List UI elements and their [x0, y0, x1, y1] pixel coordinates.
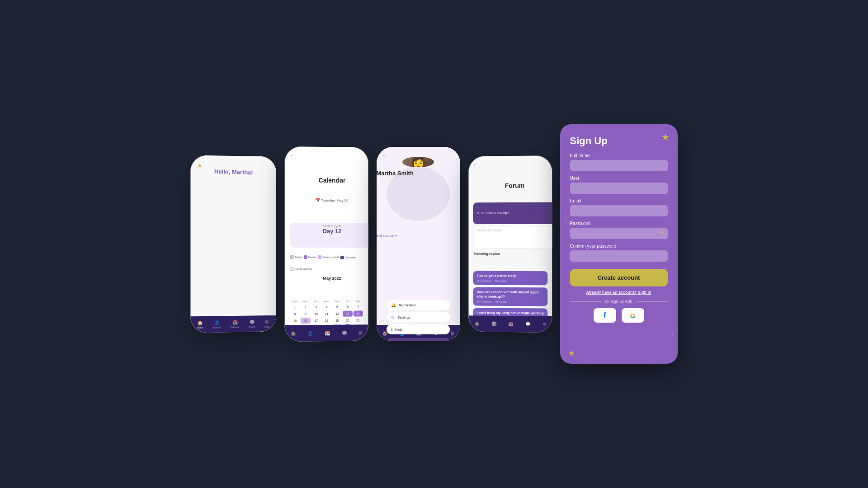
cal-day[interactable]: 3: [311, 304, 321, 310]
cal-day[interactable]: 10: [311, 311, 321, 317]
current-cycle-card: Current cycle Day 12: [290, 223, 368, 248]
cal-day[interactable]: 12: [332, 311, 342, 317]
nav-calendar[interactable]: 📅: [324, 330, 330, 335]
cal-day[interactable]: 15: [290, 318, 299, 324]
forum-title: Forum: [473, 182, 552, 200]
back-button[interactable]: ←: [473, 162, 552, 180]
cal-day[interactable]: 19: [332, 318, 342, 324]
nav-extra[interactable]: ⚙: [542, 322, 546, 327]
password-label: Password: [570, 221, 668, 226]
google-btn[interactable]: G: [622, 308, 644, 323]
dot-decoration-right: •: [672, 333, 673, 337]
facebook-btn[interactable]: f: [594, 308, 616, 323]
cal-day-period[interactable]: 13: [343, 311, 352, 317]
nav-extra[interactable]: ⚙: [358, 330, 362, 335]
greeting-label: Hello,: [214, 168, 231, 175]
signin-text: Already have an account? Sign In: [570, 290, 668, 295]
trending-title: Trending topics: [473, 252, 552, 270]
phone-home: ★ Hello, Martha! Current cycle Day 12 Ov…: [190, 155, 276, 333]
cal-day[interactable]: 6: [343, 304, 352, 310]
profile-edit[interactable]: Edit account ✏: [377, 234, 460, 298]
calendar-date: 📅 Tuesday, May 24: [290, 198, 368, 221]
user-name: Martha!: [232, 169, 253, 176]
star-bottom-left: ★: [568, 349, 575, 357]
cal-day[interactable]: 20: [343, 318, 352, 324]
phone-forum: ← Forum ✎ ✎ Create a new topic Search fo…: [468, 155, 552, 333]
cal-day[interactable]: 21: [353, 317, 363, 323]
calendar-title: Calendar: [290, 177, 368, 199]
confirm-password-input[interactable]: [570, 250, 668, 262]
back-button[interactable]: ←: [290, 153, 368, 175]
nav-home[interactable]: 🏠: [474, 321, 479, 326]
star-top-right: ★: [661, 131, 670, 142]
nav-forum[interactable]: 💬: [341, 330, 347, 335]
profile-avatar: 👩: [402, 157, 434, 167]
month-title: May 2022: [290, 276, 368, 298]
email-input[interactable]: [570, 205, 668, 216]
create-topic-btn[interactable]: ✎ ✎ Create a new topic: [473, 202, 552, 224]
user-group: User: [570, 176, 668, 194]
dot-decoration: •: [657, 141, 659, 145]
password-group: Password ★: [570, 221, 668, 239]
full-name-group: Full name: [570, 153, 668, 171]
cycle-day-label: Day 12: [293, 228, 368, 235]
greeting-text: Hello, Martha!: [190, 167, 276, 333]
home-screen: ★ Hello, Martha! Current cycle Day 12 Ov…: [190, 155, 276, 333]
search-input[interactable]: Search for a topic: [473, 226, 552, 249]
profile-screen: ← ★ 👩 Martha Smith Edit account ✏ 🔔 Remi…: [377, 147, 460, 341]
cal-day[interactable]: 4: [321, 304, 331, 310]
cal-day[interactable]: 8: [290, 311, 299, 317]
nav-calendar[interactable]: 📅: [508, 322, 513, 326]
star-password: ★: [659, 229, 664, 235]
full-name-label: Full name: [570, 153, 668, 158]
confirm-password-group: Confirm your password: [570, 244, 668, 262]
email-label: Email: [570, 198, 668, 203]
app-container: ★ Hello, Martha! Current cycle Day 12 Ov…: [173, 106, 696, 382]
user-label: User: [570, 176, 668, 181]
calendar-screen: ← Calendar 📅 Tuesday, May 24 Current cyc…: [284, 146, 368, 342]
user-input[interactable]: [570, 183, 668, 194]
signup-title: Sign Up: [570, 135, 668, 147]
bottom-nav: 🏠 📊 📅 💬 ⚙: [468, 315, 552, 332]
email-group: Email: [570, 198, 668, 216]
confirm-password-label: Confirm your password: [570, 244, 668, 249]
cal-day[interactable]: 18: [321, 318, 331, 324]
nav-forum[interactable]: 💬: [525, 322, 530, 326]
divider: Or sign up with: [570, 299, 668, 304]
forum-topic-1[interactable]: Tips to get a better sleep 17 reactions5…: [473, 271, 547, 285]
settings-menu[interactable]: ⚙ Settings: [387, 312, 450, 322]
create-account-button[interactable]: Create account: [570, 269, 668, 286]
cal-day[interactable]: 9: [301, 311, 310, 317]
help-menu[interactable]: ℹ Help: [387, 324, 450, 334]
reminders-menu[interactable]: 🔔 Reminders: [387, 300, 450, 310]
signup-card: ★ • • • ★ Sign Up Full name User Email P…: [560, 124, 678, 364]
calendar-legend: Today Period Future period Ovulation Fer…: [290, 252, 368, 274]
phone-profile: ← ★ 👩 Martha Smith Edit account ✏ 🔔 Remi…: [377, 147, 460, 341]
full-name-input[interactable]: [570, 160, 668, 171]
cal-day[interactable]: 11: [321, 311, 331, 317]
cal-day[interactable]: 17: [311, 318, 321, 324]
cal-day[interactable]: 1: [290, 304, 299, 310]
signin-link[interactable]: Sign In: [638, 290, 651, 295]
nav-account[interactable]: 👤: [307, 331, 313, 336]
cal-day-period[interactable]: 14: [353, 311, 363, 317]
cal-day[interactable]: 7: [353, 304, 363, 310]
dot-decoration-left: •: [565, 215, 566, 219]
social-buttons: f G: [570, 308, 668, 323]
bottom-nav: 🏠 👤 📅 💬 ⚙: [284, 324, 368, 342]
cal-day-highlighted[interactable]: 16: [301, 318, 310, 324]
phone-calendar: ← Calendar 📅 Tuesday, May 24 Current cyc…: [284, 146, 368, 342]
profile-name: Martha Smith: [377, 170, 460, 234]
forum-screen: ← Forum ✎ ✎ Create a new topic Search fo…: [468, 155, 552, 333]
deactivate-btn[interactable]: ✕ Deactivate my account: [387, 338, 450, 341]
password-input[interactable]: [570, 228, 668, 239]
nav-home[interactable]: 🏠: [290, 331, 296, 336]
cal-day[interactable]: 2: [301, 304, 310, 310]
cal-day[interactable]: 5: [332, 304, 342, 310]
forum-topic-2[interactable]: How can I reconnect with myself again af…: [473, 287, 547, 306]
nav-activity[interactable]: 📊: [491, 322, 496, 326]
